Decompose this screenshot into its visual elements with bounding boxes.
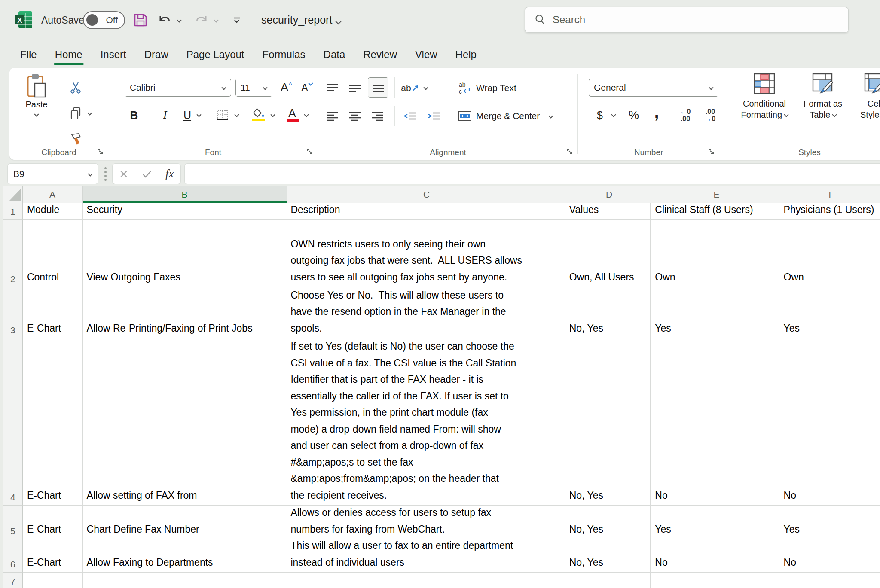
cell-B6[interactable]: Allow Faxing to Departments xyxy=(82,539,287,573)
cell-styles-button[interactable]: Cell Styles xyxy=(853,73,880,120)
cell-D6[interactable]: No, Yes xyxy=(565,539,651,573)
increase-decimal-button[interactable]: ←0 .00 xyxy=(675,106,696,125)
column-header-D[interactable]: D xyxy=(566,186,652,203)
name-box[interactable]: B9 xyxy=(8,164,98,184)
fill-color-dropdown[interactable] xyxy=(268,109,278,120)
format-as-table-button[interactable]: Format as Table xyxy=(799,73,846,120)
column-header-E[interactable]: E xyxy=(652,186,781,203)
tab-formulas[interactable]: Formulas xyxy=(254,43,315,67)
cell-E1[interactable]: Clinical Staff (8 Users) xyxy=(651,203,779,220)
cell-F1[interactable]: Physicians (1 Users) xyxy=(779,203,880,220)
cell-E2[interactable]: Own xyxy=(651,220,779,287)
cell-F4[interactable]: No xyxy=(779,338,880,506)
decrease-decimal-button[interactable]: .00 →0 xyxy=(700,106,721,125)
tab-insert[interactable]: Insert xyxy=(92,43,135,67)
cell-C1[interactable]: Description xyxy=(286,203,565,220)
tab-home[interactable]: Home xyxy=(46,43,92,67)
orientation-button[interactable]: ab xyxy=(400,79,420,97)
decrease-indent-button[interactable] xyxy=(400,107,420,125)
column-header-C[interactable]: C xyxy=(287,186,566,203)
save-button[interactable] xyxy=(131,11,150,29)
document-title[interactable]: security_report xyxy=(261,14,332,26)
tab-review[interactable]: Review xyxy=(354,43,406,67)
cancel-icon[interactable] xyxy=(119,169,128,179)
undo-dropdown[interactable] xyxy=(174,11,185,29)
cell-A1[interactable]: Module xyxy=(23,203,82,220)
decrease-font-size-button[interactable]: A xyxy=(297,79,316,97)
row-header-7[interactable]: 7 xyxy=(3,573,23,588)
row-header-1[interactable]: 1 xyxy=(3,203,23,220)
cell-A7[interactable] xyxy=(23,573,82,588)
cell-F7[interactable] xyxy=(779,573,880,588)
cell-B3[interactable]: Allow Re-Printing/Faxing of Print Jobs xyxy=(82,287,287,338)
cell-D7[interactable] xyxy=(565,573,651,588)
cell-F6[interactable]: No xyxy=(779,539,880,573)
cell-B1[interactable]: Security xyxy=(82,203,287,220)
merge-center-button[interactable]: Merge & Center xyxy=(458,107,583,125)
cell-E3[interactable]: Yes xyxy=(651,287,779,338)
cell-E7[interactable] xyxy=(651,573,779,588)
insert-function-icon[interactable]: fx xyxy=(165,167,174,180)
cell-B7[interactable] xyxy=(82,573,287,588)
autosave-toggle[interactable]: Off xyxy=(83,11,125,29)
document-title-dropdown-icon[interactable] xyxy=(335,18,342,25)
cell-A3[interactable]: E-Chart xyxy=(23,287,82,338)
formula-bar-drag-handle[interactable] xyxy=(104,167,107,181)
number-dialog-launcher-icon[interactable] xyxy=(708,148,715,155)
cell-A4[interactable]: E-Chart xyxy=(23,338,82,506)
cell-A5[interactable]: E-Chart xyxy=(23,506,82,539)
tab-data[interactable]: Data xyxy=(315,43,354,67)
cell-A6[interactable]: E-Chart xyxy=(23,539,82,573)
underline-button[interactable]: U xyxy=(180,106,195,125)
clipboard-dialog-launcher-icon[interactable] xyxy=(97,148,104,155)
column-header-F[interactable]: F xyxy=(781,186,880,203)
font-name-select[interactable]: Calibri xyxy=(125,79,231,97)
align-left-button[interactable] xyxy=(323,107,342,125)
copy-dropdown[interactable] xyxy=(85,107,95,119)
font-color-dropdown[interactable] xyxy=(302,109,311,120)
alignment-dialog-launcher-icon[interactable] xyxy=(566,148,574,155)
conditional-formatting-button[interactable]: Conditional Formatting xyxy=(736,73,792,120)
font-dialog-launcher-icon[interactable] xyxy=(306,148,314,155)
cell-C4[interactable]: If set to Yes (default is No) the user c… xyxy=(286,338,565,506)
cell-E4[interactable]: No xyxy=(651,338,779,506)
cell-E5[interactable]: Yes xyxy=(651,506,779,539)
accounting-dropdown[interactable] xyxy=(609,109,618,120)
increase-indent-button[interactable] xyxy=(424,107,444,125)
bold-button[interactable]: B xyxy=(126,106,142,125)
row-header-6[interactable]: 6 xyxy=(3,539,23,573)
paste-button[interactable]: Paste xyxy=(21,74,52,116)
cell-B4[interactable]: Allow setting of FAX from xyxy=(82,338,287,506)
row-header-5[interactable]: 5 xyxy=(3,506,23,539)
cell-E6[interactable]: No xyxy=(651,539,779,573)
cut-button[interactable] xyxy=(67,80,84,95)
cell-D3[interactable]: No, Yes xyxy=(565,287,651,338)
column-header-A[interactable]: A xyxy=(23,186,82,203)
redo-button[interactable] xyxy=(192,11,211,29)
increase-font-size-button[interactable]: A^ xyxy=(277,79,296,97)
borders-button[interactable] xyxy=(214,106,231,125)
percent-style-button[interactable]: % xyxy=(626,106,642,125)
font-size-select[interactable]: 11 xyxy=(235,79,272,97)
underline-dropdown[interactable] xyxy=(194,109,204,120)
search-input[interactable]: Search xyxy=(525,7,849,33)
select-all-button[interactable] xyxy=(3,186,23,203)
enter-icon[interactable] xyxy=(142,169,152,179)
tab-file[interactable]: File xyxy=(11,43,46,67)
cell-F5[interactable]: Yes xyxy=(779,506,880,539)
row-header-3[interactable]: 3 xyxy=(3,287,23,338)
customize-quick-access-button[interactable] xyxy=(228,11,246,29)
redo-dropdown[interactable] xyxy=(211,11,222,29)
center-button[interactable] xyxy=(345,107,364,125)
accounting-format-button[interactable]: $ xyxy=(593,106,607,125)
cell-B2[interactable]: View Outgoing Faxes xyxy=(82,220,287,287)
italic-button[interactable]: I xyxy=(157,106,173,125)
tab-page-layout[interactable]: Page Layout xyxy=(177,43,254,67)
undo-button[interactable] xyxy=(156,11,174,29)
row-header-4[interactable]: 4 xyxy=(3,338,23,506)
cell-D5[interactable]: No, Yes xyxy=(565,506,651,539)
number-format-select[interactable]: General xyxy=(589,79,718,97)
cell-F3[interactable]: Yes xyxy=(779,287,880,338)
tab-view[interactable]: View xyxy=(406,43,446,67)
middle-align-button[interactable] xyxy=(345,79,364,97)
